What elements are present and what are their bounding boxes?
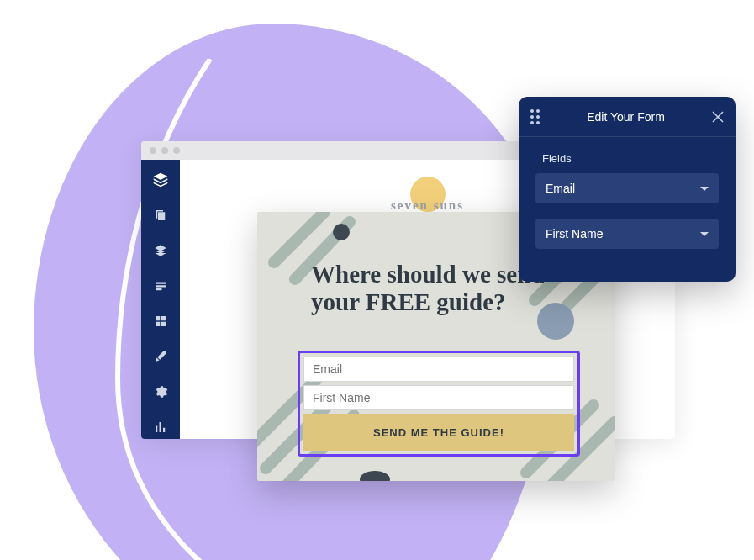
- grid-icon[interactable]: [152, 313, 169, 330]
- svg-line-0: [274, 212, 324, 262]
- email-field[interactable]: [303, 357, 574, 382]
- drag-handle-icon[interactable]: [530, 109, 540, 124]
- close-icon[interactable]: [712, 111, 724, 123]
- field-select-first-name[interactable]: First Name: [535, 219, 719, 249]
- panel-header: Edit Your Form: [519, 97, 736, 137]
- gear-icon[interactable]: [152, 383, 169, 400]
- copy-icon[interactable]: [152, 207, 169, 224]
- brush-icon[interactable]: [152, 348, 169, 365]
- svg-point-9: [333, 224, 350, 240]
- first-name-field[interactable]: [303, 385, 574, 410]
- traffic-dot: [173, 147, 180, 154]
- tool-sidebar: [141, 160, 180, 439]
- panel-title: Edit Your Form: [587, 110, 665, 124]
- chart-icon[interactable]: [152, 419, 169, 436]
- layers-icon[interactable]: [152, 172, 169, 188]
- field-select-label: Email: [546, 182, 575, 195]
- form-highlight: SEND ME THE GUIDE!: [298, 351, 580, 457]
- field-select-label: First Name: [546, 227, 603, 240]
- form-editor-panel: Edit Your Form Fields Email First Name: [519, 97, 736, 282]
- text-icon[interactable]: [152, 277, 169, 294]
- chevron-down-icon: [700, 187, 709, 191]
- submit-button[interactable]: SEND ME THE GUIDE!: [303, 414, 574, 451]
- fields-section-label: Fields: [542, 152, 719, 165]
- chevron-down-icon: [700, 232, 709, 236]
- traffic-dot: [150, 147, 156, 154]
- svg-point-12: [360, 471, 390, 481]
- field-select-email[interactable]: Email: [535, 173, 719, 203]
- traffic-dot: [161, 147, 168, 154]
- stack-icon[interactable]: [152, 242, 169, 259]
